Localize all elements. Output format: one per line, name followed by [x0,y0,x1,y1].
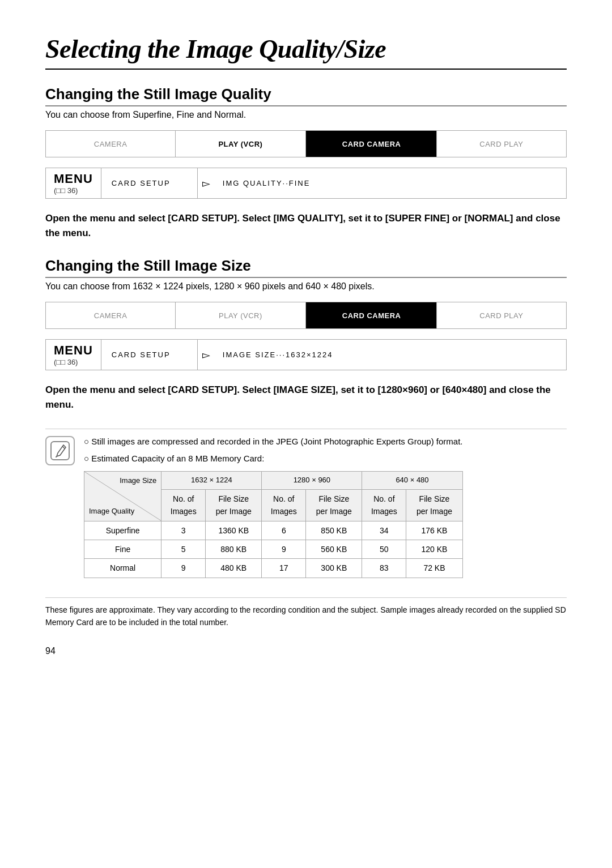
menu-text-1: MENU [54,172,93,186]
normal-no-1: 9 [162,559,206,578]
superfine-size-3: 176 KB [406,521,462,540]
mode-camera-2: CAMERA [46,302,176,328]
mode-play-vcr-1: PLAY (VCR) [176,131,305,157]
menu-text-2: MENU [54,343,93,358]
superfine-no-2: 6 [262,521,306,540]
table-size-640: 640 × 480 [362,472,462,490]
notes-section: Still images are compressed and recorded… [45,429,567,587]
fine-no-3: 50 [362,540,406,558]
superfine-size-2: 850 KB [306,521,362,540]
section1-intro: You can choose from Superfine, Fine and … [45,110,567,120]
table-subhdr-no-images-2: No. ofImages [262,489,306,521]
table-subhdr-no-images-1: No. ofImages [162,489,206,521]
menu-row-1: MENU (□□ 36) CARD SETUP ▻ IMG QUALITY··F… [45,168,567,199]
mode-camera-1: CAMERA [46,131,176,157]
menu-card-setup-2: CARD SETUP [101,340,198,370]
normal-size-3: 72 KB [406,559,462,578]
mode-card-camera-2: CARD CAMERA [307,302,437,328]
footer-note: These figures are approximate. They vary… [45,597,567,629]
note-item-1: Still images are compressed and recorded… [84,435,463,448]
section-image-quality: Changing the Still Image Quality You can… [45,85,567,240]
quality-fine: Fine [84,540,162,558]
section2-instruction: Open the menu and select [CARD SETUP]. S… [45,383,567,412]
menu-arrow-1: ▻ [198,168,215,198]
normal-size-1: 480 KB [206,559,262,578]
table-subhdr-no-images-3: No. ofImages [362,489,406,521]
table-size-1632: 1632 × 1224 [162,472,262,490]
capacity-table: Image Size Image Quality 1632 × 1224 128… [84,471,463,578]
mode-bar-1: CAMERA PLAY (VCR) CARD CAMERA CARD PLAY [45,130,567,157]
superfine-no-3: 34 [362,521,406,540]
table-subhdr-filesize-3: File Sizeper Image [406,489,462,521]
svg-rect-0 [51,442,69,460]
mode-card-play-1: CARD PLAY [437,131,566,157]
normal-no-3: 83 [362,559,406,578]
table-diagonal-header: Image Size Image Quality [84,472,162,521]
mode-bar-2: CAMERA PLAY (VCR) CARD CAMERA CARD PLAY [45,302,567,329]
page-number: 94 [45,646,567,656]
menu-label-1: MENU (□□ 36) [46,168,101,198]
mode-card-play-2: CARD PLAY [437,302,566,328]
table-row-superfine: Superfine 3 1360 KB 6 850 KB 34 176 KB [84,521,463,540]
menu-value-1: IMG QUALITY··FINE [215,168,566,198]
superfine-size-1: 1360 KB [206,521,262,540]
normal-no-2: 17 [262,559,306,578]
table-subhdr-filesize-2: File Sizeper Image [306,489,362,521]
menu-label-2: MENU (□□ 36) [46,340,101,370]
note-item-2: Estimated Capacity of an 8 MB Memory Car… [84,452,463,465]
section-image-size: Changing the Still Image Size You can ch… [45,257,567,412]
fine-size-1: 880 KB [206,540,262,558]
svg-point-1 [56,456,57,457]
page-title: Selecting the Image Quality/Size [45,34,567,64]
section1-title: Changing the Still Image Quality [45,85,567,106]
menu-row-2: MENU (□□ 36) CARD SETUP ▻ IMAGE SIZE···1… [45,339,567,370]
table-size-1280: 1280 × 960 [262,472,362,490]
fine-size-2: 560 KB [306,540,362,558]
mode-play-vcr-2: PLAY (VCR) [176,302,305,328]
fine-no-1: 5 [162,540,206,558]
table-row-normal: Normal 9 480 KB 17 300 KB 83 72 KB [84,559,463,578]
table-row-fine: Fine 5 880 KB 9 560 KB 50 120 KB [84,540,463,558]
menu-sub-2: (□□ 36) [54,358,78,366]
notes-content: Still images are compressed and recorded… [84,435,463,587]
menu-sub-1: (□□ 36) [54,186,78,195]
section2-title: Changing the Still Image Size [45,257,567,278]
menu-arrow-2: ▻ [198,340,215,370]
menu-value-2: IMAGE SIZE···1632×1224 [215,340,566,370]
menu-card-setup-1: CARD SETUP [101,168,198,198]
fine-size-3: 120 KB [406,540,462,558]
note-icon [45,436,75,465]
title-divider [45,69,567,70]
section2-intro: You can choose from 1632 × 1224 pixels, … [45,281,567,292]
table-subhdr-filesize-1: File Sizeper Image [206,489,262,521]
fine-no-2: 9 [262,540,306,558]
superfine-no-1: 3 [162,521,206,540]
quality-normal: Normal [84,559,162,578]
mode-card-camera-1: CARD CAMERA [307,131,437,157]
section1-instruction: Open the menu and select [CARD SETUP]. S… [45,211,567,240]
normal-size-2: 300 KB [306,559,362,578]
quality-superfine: Superfine [84,521,162,540]
